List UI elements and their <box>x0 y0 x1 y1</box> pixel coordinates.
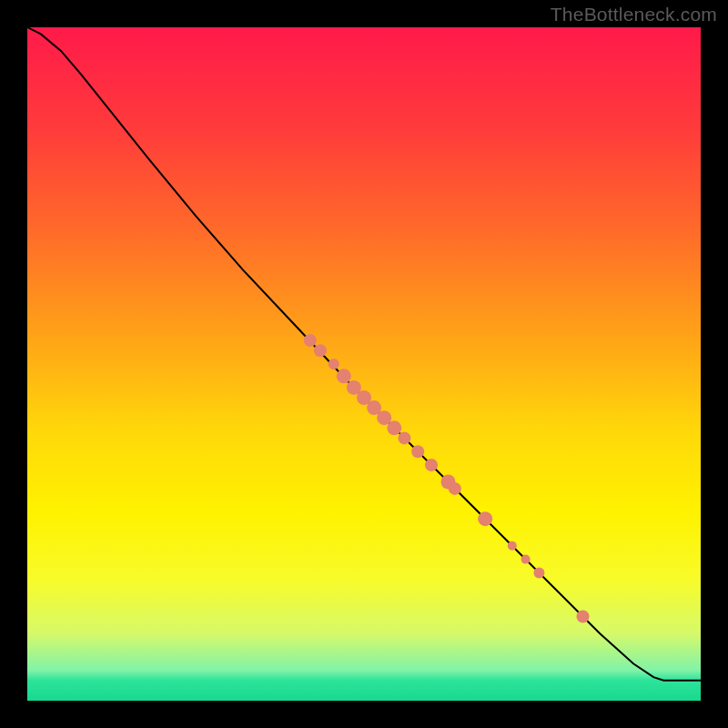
data-point <box>304 334 317 347</box>
data-point <box>577 611 590 623</box>
watermark-text: TheBottleneck.com <box>551 4 717 25</box>
data-point <box>411 445 424 458</box>
data-point <box>329 359 339 369</box>
data-point <box>314 344 327 357</box>
data-point <box>478 511 492 526</box>
chart-plot-area <box>27 27 701 701</box>
chart-background <box>27 27 701 701</box>
data-point <box>449 482 461 495</box>
data-point <box>387 420 401 435</box>
data-point <box>521 555 531 564</box>
data-point <box>337 369 351 383</box>
chart-svg <box>27 27 701 701</box>
data-point <box>533 567 544 578</box>
data-point <box>508 541 517 551</box>
data-point <box>425 459 438 471</box>
data-point <box>398 431 410 444</box>
